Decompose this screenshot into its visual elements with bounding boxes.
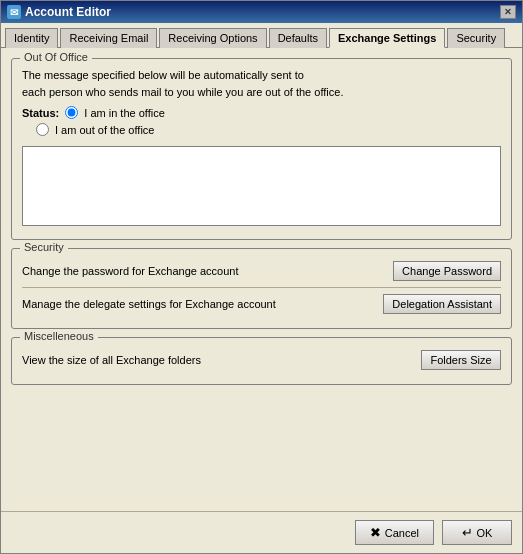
security-group-title: Security: [20, 241, 68, 253]
title-bar-left: ✉ Account Editor: [7, 5, 111, 19]
status-label: Status:: [22, 107, 59, 119]
change-password-row: Change the password for Exchange account…: [22, 257, 501, 285]
footer: ✖ Cancel ↵ OK: [1, 511, 522, 553]
cancel-icon: ✖: [370, 525, 381, 540]
folders-size-row: View the size of all Exchange folders Fo…: [22, 346, 501, 374]
folders-size-label: View the size of all Exchange folders: [22, 354, 201, 366]
security-group: Security Change the password for Exchang…: [11, 248, 512, 329]
tab-security[interactable]: Security: [447, 28, 505, 48]
miscellaneous-group: Miscelleneous View the size of all Excha…: [11, 337, 512, 385]
status-row: Status: I am in the office: [22, 106, 501, 119]
account-editor-window: ✉ Account Editor ✕ Identity Receiving Em…: [0, 0, 523, 554]
radio-in-office-label: I am in the office: [84, 107, 165, 119]
delegation-assistant-row: Manage the delegate settings for Exchang…: [22, 290, 501, 318]
radio-out-of-office-row: I am out of the office: [36, 123, 501, 136]
security-separator: [22, 287, 501, 288]
radio-out-of-office[interactable]: [36, 123, 49, 136]
close-button[interactable]: ✕: [500, 5, 516, 19]
tab-identity[interactable]: Identity: [5, 28, 58, 48]
change-password-label: Change the password for Exchange account: [22, 265, 238, 277]
window-title: Account Editor: [25, 5, 111, 19]
out-of-office-description: The message specified below will be auto…: [22, 67, 501, 100]
cancel-button[interactable]: ✖ Cancel: [355, 520, 434, 545]
ok-label: OK: [477, 527, 493, 539]
tab-defaults[interactable]: Defaults: [269, 28, 327, 48]
app-icon: ✉: [7, 5, 21, 19]
tab-receiving-options[interactable]: Receiving Options: [159, 28, 266, 48]
tab-receiving-email[interactable]: Receiving Email: [60, 28, 157, 48]
tab-bar: Identity Receiving Email Receiving Optio…: [1, 23, 522, 48]
folders-size-button[interactable]: Folders Size: [421, 350, 501, 370]
delegation-assistant-button[interactable]: Delegation Assistant: [383, 294, 501, 314]
tab-exchange-settings[interactable]: Exchange Settings: [329, 28, 445, 48]
cancel-label: Cancel: [385, 527, 419, 539]
ok-icon: ↵: [462, 525, 473, 540]
ok-button[interactable]: ↵ OK: [442, 520, 512, 545]
out-of-office-title: Out Of Office: [20, 51, 92, 63]
miscellaneous-group-title: Miscelleneous: [20, 330, 98, 342]
delegation-assistant-label: Manage the delegate settings for Exchang…: [22, 298, 276, 310]
out-of-office-group: Out Of Office The message specified belo…: [11, 58, 512, 240]
change-password-button[interactable]: Change Password: [393, 261, 501, 281]
out-of-office-textarea[interactable]: [22, 146, 501, 226]
radio-out-of-office-label: I am out of the office: [55, 124, 154, 136]
title-bar: ✉ Account Editor ✕: [1, 1, 522, 23]
radio-in-office[interactable]: [65, 106, 78, 119]
main-content: Out Of Office The message specified belo…: [1, 48, 522, 511]
